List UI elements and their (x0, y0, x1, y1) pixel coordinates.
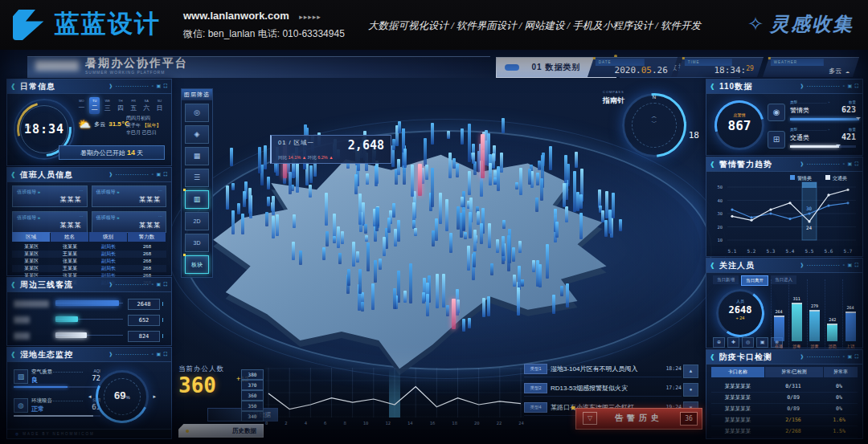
chevron-up-icon[interactable]: ︿ (652, 113, 657, 119)
layer-btn-3d[interactable]: 3D (185, 234, 209, 252)
focus-bar-col: 242涉恐 (825, 279, 840, 350)
layer-btn-list[interactable]: ☰ (185, 169, 209, 187)
layer-btn-signal[interactable]: ◈ (185, 125, 209, 144)
duty-leader-card[interactable]: 值班领导···某某某 (12, 211, 88, 233)
duty-name: 某某某 (139, 195, 161, 204)
gauge-right-arrow[interactable]: ▸ (153, 393, 156, 400)
weekday-strip: MO一TU二WE三TH四FR五SA六SU日 (76, 97, 165, 114)
focus-gauge: 人员 2648 + 24 (716, 289, 764, 337)
table-row[interactable]: 某某区王某某副局长268 (12, 251, 166, 258)
flow-fill (55, 300, 119, 306)
weekday-sa[interactable]: SA六 (141, 97, 152, 114)
layer-btn-blocks[interactable]: 板块 (185, 255, 209, 274)
checkpoint-row[interactable]: 某某某某某0/890% (711, 403, 858, 415)
weekday-mo[interactable]: MO一 (76, 97, 87, 114)
flow-bar-row[interactable]: 824 (14, 331, 165, 342)
office-xtick: 24 (518, 421, 524, 426)
stat-name: 警情类 (790, 106, 809, 115)
layer-btn-grid[interactable]: ▦ (185, 147, 209, 165)
flow-bar-row[interactable]: 2648 (14, 299, 165, 310)
duty-name: 某某某 (139, 221, 161, 230)
checkpoint-row[interactable]: 某某某某某2/1561.6% (711, 414, 858, 426)
chevron-down-icon[interactable]: ﹀ (652, 120, 657, 125)
table-row[interactable]: 某某区张某某副局长268 (12, 243, 166, 251)
office-btn-2[interactable]: 历史数据 (178, 424, 264, 438)
focus-icon-2[interactable]: ✚ (727, 337, 739, 348)
lunar-line-1: 闰四月初四 (126, 115, 162, 122)
collect-block[interactable]: ✧ 灵感收集 (747, 11, 854, 37)
duty-col-header: 姓名 (51, 232, 88, 242)
checkpoint-rate: 0% (822, 403, 856, 414)
stat-fill (790, 118, 859, 120)
office-ylabel: 380 (241, 369, 264, 380)
focus-icon-4[interactable]: ▣ (756, 337, 768, 348)
focus-bar (809, 310, 820, 341)
platform-title-plate: 暑期办公协作平台 SUMMER WORKING PLATFORM (27, 56, 490, 78)
compass-dial[interactable]: N ︿﹀ (622, 93, 686, 157)
weekday-tu[interactable]: TU二 (89, 97, 100, 114)
focus-tab[interactable]: 当日离开 (741, 275, 768, 286)
layer-btn-2d[interactable]: 2D (185, 212, 209, 230)
checkpoint-name: 某某某某某 (711, 392, 764, 403)
panel-trend: 警情警力趋势 警情类交通类504030201030245.15.25.35.45… (706, 157, 863, 257)
weekday-th[interactable]: TH四 (115, 97, 125, 114)
office-chart (265, 368, 524, 418)
duty-table-header: 区域姓名级别警力数 (12, 232, 166, 242)
weekday-we[interactable]: WE三 (102, 97, 113, 114)
dashboard: 暑期办公协作平台 SUMMER WORKING PLATFORM 01 数据类别… (0, 50, 868, 444)
date-value: 2020.05.26 (615, 65, 668, 75)
focus-bar (792, 303, 802, 342)
duty-leader-card[interactable]: 值班领导···某某某 (92, 211, 167, 233)
dotted-leader (49, 372, 83, 373)
contact-line: 微信: ben_lanlan 电话: 010-63334945 (183, 27, 345, 41)
duty-leader-card[interactable]: 值班领导···某某某 (92, 185, 167, 207)
map-tooltip[interactable]: 01 / 区域一 2,648 同比 14.1% ▲ 环比 6.2% ▲ (270, 135, 391, 164)
stat-type-label: 类型 (790, 100, 829, 104)
weekday-fr[interactable]: FR五 (129, 97, 139, 114)
scroll-dot[interactable]: ● (683, 383, 698, 397)
card-dots-decor: ··· (158, 214, 162, 218)
duty-leader-card[interactable]: 值班领导···某某某 (12, 185, 88, 207)
lunar-line-2: 庚子年 【鼠年】 (126, 122, 162, 129)
duty-role: 值班领导 (17, 214, 40, 222)
focus-bar-value: 264 (775, 309, 782, 314)
compass-value: 18 (689, 130, 699, 141)
table-row[interactable]: 某某区王某某副局长268 (12, 265, 166, 272)
compass-chevrons[interactable]: ︿﹀ (624, 113, 684, 126)
layer-btn-chart[interactable]: ▥ (185, 190, 209, 209)
tooltip-sub: 同比 14.1% ▲ 环比 6.2% ▲ (278, 155, 334, 161)
weather-value: 多云 ☁ (829, 67, 850, 75)
office-ylabel: 370 (241, 380, 264, 390)
weekday-su[interactable]: SU日 (154, 97, 165, 114)
alert-row[interactable]: 类型1湿地3-104片区有不明人员闯入18:24 (524, 363, 682, 377)
focus-tab[interactable]: 当日新增 (713, 275, 739, 284)
layer-filter-panel: 图层筛选 ◎◈▦☰▥2D3D板块 (181, 88, 213, 278)
layer-btn-camera[interactable]: ◎ (185, 104, 209, 122)
svg-text:5.6: 5.6 (825, 248, 833, 254)
sparkle-icon: ✧ (747, 13, 764, 35)
gauge-left-arrow[interactable]: ◂ (88, 393, 92, 400)
date-box: DATE 2020.05.26 (588, 57, 678, 77)
office-ylabel: 360 (241, 390, 264, 401)
focus-bar-chart: 264在逃311涉毒279涉黄242涉恐264上访 (771, 279, 858, 350)
alert-row[interactable]: 类型2RD13-53烟感报警疑似火灾17:24 (524, 382, 682, 397)
alert-history-count: 36 (680, 412, 698, 426)
promo-banner: 蓝蓝设计 www.lanlanwork.com ▸▸▸▸▸ 微信: ben_la… (0, 0, 868, 50)
lunar-calendar-text: 闰四月初四庚子年 【鼠年】辛巳月 己巳日 (126, 115, 162, 136)
eco-gauge-value: 69% (98, 389, 146, 401)
checkpoint-row[interactable]: 某某某某某0/3110% (711, 381, 858, 393)
focus-icon-3[interactable]: ◎ (742, 337, 754, 348)
alert-history-banner[interactable]: ▽ 告警历史 36 (575, 408, 702, 430)
flow-value: 824 (128, 331, 160, 342)
table-row[interactable]: 某某区张某某副局长268 (12, 258, 166, 265)
site-url[interactable]: www.lanlanwork.com (183, 10, 289, 22)
checkpoint-row[interactable]: 某某某某某0/890% (711, 392, 858, 404)
panel-title-eco: 湿地生态监控 (7, 348, 171, 362)
svg-text:40: 40 (717, 198, 723, 203)
flow-bar-row[interactable]: 652 (14, 315, 165, 326)
focus-icon-1[interactable]: ⊕ (713, 337, 725, 348)
alert-text: RD13-53烟感报警疑似火灾 (551, 384, 628, 393)
office-xtick: 8 (343, 421, 346, 426)
scroll-up-button[interactable]: ▲ (683, 365, 698, 378)
checkpoint-row[interactable]: 某某某某某2/2681.5% (711, 426, 858, 438)
